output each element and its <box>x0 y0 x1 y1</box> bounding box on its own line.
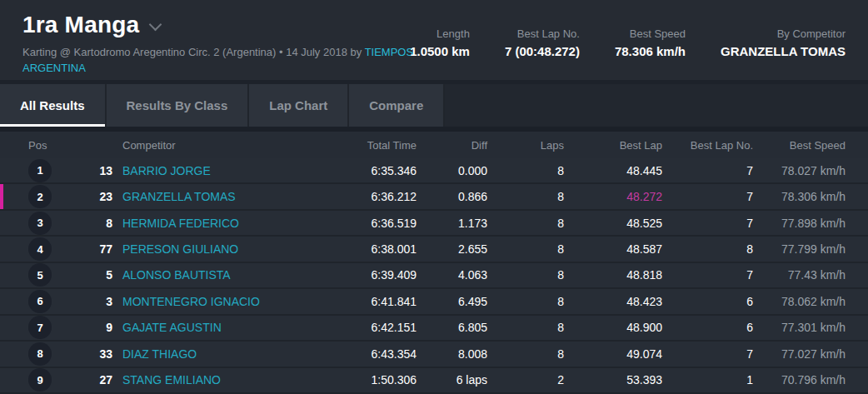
position-badge: 5 <box>28 263 52 287</box>
best-speed-cell: 70.796 km/h <box>753 373 846 387</box>
diff-cell: 1.173 <box>417 217 487 230</box>
stat-block: Best Speed 78.306 km/h <box>615 27 686 58</box>
position-badge: 7 <box>28 316 52 339</box>
best-lap-no-cell: 1 <box>662 373 753 387</box>
total-time-cell: 1:50.306 <box>325 373 417 387</box>
competitor-link[interactable]: MONTENEGRO IGNACIO <box>112 295 260 308</box>
table-row[interactable]: 1 13 BARRIO JORGE 6:35.346 0.000 8 48.44… <box>0 158 868 184</box>
best-lap-cell: 48.423 <box>564 295 662 308</box>
stat-block: Length 1.0500 km <box>410 27 470 58</box>
best-lap-no-cell: 7 <box>662 164 753 177</box>
kart-number: 3 <box>58 295 112 308</box>
position-badge: 4 <box>28 237 52 261</box>
table-row[interactable]: 5 5 ALONSO BAUTISTA 6:39.409 4.063 8 48.… <box>0 263 868 289</box>
best-speed-cell: 78.062 km/h <box>753 295 846 308</box>
best-lap-no-cell: 6 <box>662 321 753 334</box>
best-lap-no-cell: 8 <box>662 242 753 256</box>
col-header-competitor: Competitor <box>112 139 325 152</box>
stat-value: 1.0500 km <box>410 44 470 58</box>
tab[interactable]: Compare <box>349 84 445 127</box>
kart-number: 23 <box>58 190 112 203</box>
competitor-link[interactable]: DIAZ THIAGO <box>112 347 197 361</box>
competitor-link[interactable]: GAJATE AGUSTIN <box>112 321 222 334</box>
total-time-cell: 6:39.409 <box>325 268 417 282</box>
event-description: Karting @ Kartodromo Aregentino Circ. 2 … <box>22 46 365 58</box>
diff-cell: 6.805 <box>417 321 487 334</box>
best-lap-no-cell: 7 <box>662 347 753 361</box>
laps-cell: 8 <box>487 295 564 308</box>
diff-cell: 8.008 <box>417 347 487 361</box>
results-table-header: Pos Competitor Total Time Diff Laps Best… <box>0 127 868 158</box>
col-header-best-lap: Best Lap <box>564 139 662 152</box>
tab-label: Compare <box>369 98 423 112</box>
total-time-cell: 6:43.354 <box>325 347 417 361</box>
stat-block: By Competitor GRANZELLA TOMAS <box>721 27 846 58</box>
kart-number: 9 <box>58 321 112 334</box>
diff-cell: 6 laps <box>417 373 487 387</box>
col-header-pos: Pos <box>0 139 58 152</box>
position-badge: 3 <box>28 212 52 235</box>
total-time-cell: 6:42.151 <box>325 321 417 334</box>
best-speed-cell: 78.306 km/h <box>753 190 846 203</box>
stat-value: GRANZELLA TOMAS <box>721 44 846 58</box>
tab-label: Lap Chart <box>269 98 327 112</box>
best-lap-cell: 48.900 <box>564 321 662 334</box>
competitor-link[interactable]: GRANZELLA TOMAS <box>112 190 236 203</box>
best-lap-cell: 48.445 <box>564 164 662 177</box>
tab[interactable]: All Results <box>0 84 107 127</box>
best-speed-cell: 77.027 km/h <box>753 347 846 361</box>
table-row[interactable]: 3 8 HERMIDA FEDERICO 6:36.519 1.173 8 48… <box>0 211 868 237</box>
diff-cell: 6.495 <box>417 295 487 308</box>
tab-label: All Results <box>20 98 85 112</box>
best-lap-cell: 48.587 <box>564 242 662 256</box>
laps-cell: 8 <box>487 347 564 361</box>
laps-cell: 8 <box>487 242 564 256</box>
best-lap-no-cell: 7 <box>662 190 753 203</box>
table-row[interactable]: 9 27 STANG EMILIANO 1:50.306 6 laps 2 53… <box>0 368 868 394</box>
stat-block: Best Lap No. 7 (00:48.272) <box>505 27 580 58</box>
stat-label: Best Lap No. <box>505 27 580 40</box>
total-time-cell: 6:36.519 <box>325 217 417 230</box>
competitor-link[interactable]: PERESON GIULIANO <box>112 242 238 256</box>
table-row[interactable]: 8 33 DIAZ THIAGO 6:43.354 8.008 8 49.074… <box>0 342 868 367</box>
stat-label: Best Speed <box>615 27 686 40</box>
kart-number: 27 <box>58 373 112 387</box>
competitor-link[interactable]: HERMIDA FEDERICO <box>112 217 239 230</box>
table-row[interactable]: 2 23 GRANZELLA TOMAS 6:36.212 0.866 8 48… <box>0 184 868 210</box>
stat-value: 78.306 km/h <box>615 44 686 58</box>
best-speed-cell: 77.799 km/h <box>753 242 846 256</box>
laps-cell: 8 <box>487 268 564 282</box>
tab[interactable]: Results By Class <box>107 84 250 127</box>
summary-stats: Length 1.0500 km Best Lap No. 7 (00:48.2… <box>410 27 846 58</box>
position-badge: 1 <box>28 159 52 182</box>
competitor-link[interactable]: BARRIO JORGE <box>112 164 211 177</box>
competitor-link[interactable]: STANG EMILIANO <box>112 373 221 387</box>
col-header-laps: Laps <box>487 139 564 152</box>
table-row[interactable]: 7 9 GAJATE AGUSTIN 6:42.151 6.805 8 48.9… <box>0 316 868 342</box>
chevron-down-icon[interactable] <box>149 17 162 31</box>
laps-cell: 8 <box>487 164 564 177</box>
table-row[interactable]: 4 77 PERESON GIULIANO 6:38.001 2.655 8 4… <box>0 237 868 262</box>
best-speed-cell: 77.301 km/h <box>753 321 846 334</box>
total-time-cell: 6:35.346 <box>325 164 417 177</box>
kart-number: 8 <box>58 217 112 230</box>
tab-label: Results By Class <box>127 98 228 112</box>
kart-number: 5 <box>58 268 112 282</box>
tab-bar: All Results Results By Class Lap Chart C… <box>0 80 868 127</box>
best-lap-cell: 48.525 <box>564 217 662 230</box>
table-row[interactable]: 6 3 MONTENEGRO IGNACIO 6:41.841 6.495 8 … <box>0 289 868 315</box>
best-lap-no-cell: 7 <box>662 268 753 282</box>
best-speed-cell: 77.898 km/h <box>753 217 846 230</box>
best-lap-no-cell: 6 <box>662 295 753 308</box>
tab[interactable]: Lap Chart <box>249 84 349 127</box>
laps-cell: 8 <box>487 321 564 334</box>
diff-cell: 2.655 <box>417 242 487 256</box>
position-badge: 8 <box>28 342 52 366</box>
competitor-link[interactable]: ALONSO BAUTISTA <box>112 268 231 282</box>
position-badge: 6 <box>28 290 52 313</box>
page-title: 1ra Manga <box>22 12 139 38</box>
results-table-body: 1 13 BARRIO JORGE 6:35.346 0.000 8 48.44… <box>0 158 868 394</box>
position-badge: 2 <box>28 185 52 208</box>
kart-number: 77 <box>58 242 112 256</box>
page-header: 1ra Manga Karting @ Kartodromo Aregentin… <box>0 0 868 80</box>
